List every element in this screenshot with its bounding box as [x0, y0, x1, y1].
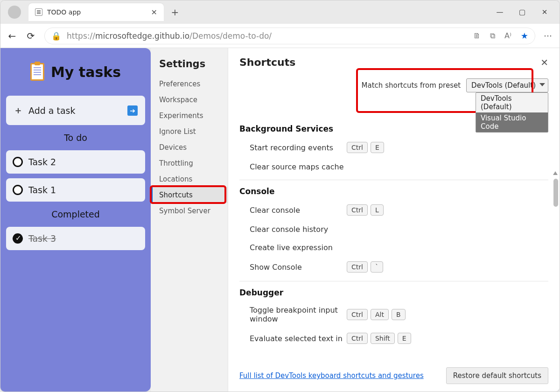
shortcuts-header: Shortcuts ✕ — [228, 48, 560, 74]
settings-title: Settings — [151, 58, 228, 76]
shortcut-row: Clear console history — [239, 220, 548, 238]
collections-icon[interactable]: ⧉ — [490, 31, 495, 40]
shortcuts-title: Shortcuts — [239, 56, 295, 68]
page-icon[interactable]: 🗎 — [473, 31, 481, 40]
settings-item-experiments[interactable]: Experiments — [151, 108, 228, 124]
titlebar: TODO app ✕ + — ▢ ✕ — [0, 0, 560, 24]
task-checkbox-icon[interactable] — [13, 157, 23, 167]
task-label: Task 2 — [28, 157, 56, 167]
settings-item-shortcuts[interactable]: Shortcuts — [151, 187, 228, 203]
address-bar: ← ⟳ 🔒 https://microsoftedge.github.io/De… — [0, 24, 560, 48]
browser-window: TODO app ✕ + — ▢ ✕ ← ⟳ 🔒 https://microso… — [0, 0, 560, 392]
shortcut-name: Start recording events — [239, 143, 347, 152]
task-item[interactable]: Task 1 — [6, 178, 145, 202]
back-icon[interactable]: ← — [7, 31, 17, 41]
restore-defaults-button[interactable]: Restore default shortcuts — [446, 367, 548, 384]
shortcut-row: Create live expression — [239, 238, 548, 257]
keycap: Ctrl — [347, 142, 368, 153]
task-checkbox-icon[interactable] — [13, 185, 23, 195]
new-tab-button[interactable]: + — [168, 5, 182, 20]
more-menu-icon[interactable]: ⋯ — [544, 31, 553, 41]
keycap: Alt — [371, 309, 389, 320]
settings-item-workspace[interactable]: Workspace — [151, 92, 228, 108]
site-lock-icon: 🔒 — [51, 31, 61, 41]
tab-favicon-icon — [35, 8, 42, 16]
todo-section-heading: To do — [6, 130, 145, 146]
settings-item-symbol-server[interactable]: Symbol Server — [151, 203, 228, 219]
shortcut-keys: CtrlE — [347, 142, 384, 153]
task-checkbox-checked-icon[interactable] — [13, 233, 23, 244]
close-panel-icon[interactable]: ✕ — [540, 57, 548, 68]
todo-title: My tasks — [51, 64, 121, 80]
preset-select[interactable]: DevTools (Default) — [466, 78, 548, 92]
scrollbar-thumb[interactable] — [553, 179, 558, 207]
keycap: Ctrl — [347, 309, 368, 320]
minimize-icon[interactable]: — — [495, 7, 504, 17]
keycap: B — [392, 309, 406, 320]
preset-option[interactable]: Visual Studio Code — [476, 112, 548, 132]
add-task-button[interactable]: ＋ Add a task ➔ — [6, 96, 145, 125]
shortcut-keys: CtrlShiftE — [347, 333, 411, 344]
maximize-icon[interactable]: ▢ — [518, 7, 527, 17]
settings-item-devices[interactable]: Devices — [151, 140, 228, 155]
task-label: Task 1 — [28, 185, 56, 195]
tab-title: TODO app — [47, 8, 147, 16]
keycap: ` — [371, 261, 383, 273]
add-task-label: Add a task — [28, 105, 122, 116]
shortcut-keys: Ctrl` — [347, 261, 383, 273]
shortcuts-panel: Shortcuts ✕ Match shortcuts from preset … — [228, 48, 560, 392]
shortcut-name: Clear console history — [239, 225, 347, 234]
shortcut-name: Create live expression — [239, 243, 347, 252]
task-item[interactable]: Task 2 — [6, 150, 145, 174]
shortcut-row: Toggle breakpoint input windowCtrlAltB — [239, 301, 548, 328]
shortcut-row: Evaluate selected text inCtrlShiftE — [239, 328, 548, 349]
keycap: Ctrl — [347, 333, 368, 344]
todo-app-panel: My tasks ＋ Add a task ➔ To do Task 2 Tas… — [0, 48, 151, 392]
task-item-completed[interactable]: Task 3 — [6, 227, 145, 250]
preset-row: Match shortcuts from preset DevTools (De… — [228, 74, 560, 92]
settings-item-preferences[interactable]: Preferences — [151, 76, 228, 92]
shortcut-name: Evaluate selected text in — [239, 334, 347, 343]
shortcuts-footer: Full list of DevTools keyboard shortcuts… — [228, 363, 560, 392]
clipboard-icon — [30, 63, 44, 81]
chevron-down-icon — [539, 83, 545, 86]
shortcut-row: Clear consoleCtrlL — [239, 200, 548, 220]
shortcut-group-heading: Debugger — [239, 284, 548, 301]
tab-close-icon[interactable]: ✕ — [151, 8, 157, 17]
url-field[interactable]: 🔒 https://microsoftedge.github.io/Demos/… — [44, 28, 535, 44]
shortcut-row: Show ConsoleCtrl` — [239, 257, 548, 277]
scroll-up-arrow-icon[interactable] — [553, 171, 558, 175]
shortcuts-scroll-area[interactable]: Background ServicesStart recording event… — [228, 109, 560, 363]
preset-dropdown: DevTools (Default) Visual Studio Code — [476, 92, 548, 133]
preset-selected-value: DevTools (Default) — [471, 81, 536, 90]
shortcut-name: Clear source maps cache — [239, 162, 347, 171]
settings-item-locations[interactable]: Locations — [151, 171, 228, 187]
profile-avatar[interactable] — [8, 6, 21, 19]
shortcut-group-heading: Console — [239, 183, 548, 200]
keycap: Ctrl — [347, 204, 368, 216]
submit-arrow-icon[interactable]: ➔ — [127, 105, 138, 116]
settings-sidebar: Settings PreferencesWorkspaceExperiments… — [151, 48, 228, 392]
shortcut-keys: CtrlL — [347, 204, 384, 216]
shortcut-name: Show Console — [239, 263, 347, 272]
close-window-icon[interactable]: ✕ — [540, 7, 549, 17]
content-row: My tasks ＋ Add a task ➔ To do Task 2 Tas… — [0, 48, 560, 392]
keycap: E — [371, 142, 384, 153]
window-controls: — ▢ ✕ — [495, 7, 556, 17]
preset-option[interactable]: DevTools (Default) — [476, 93, 548, 112]
keycap: Ctrl — [347, 261, 368, 273]
plus-icon: ＋ — [14, 104, 23, 117]
reload-icon[interactable]: ⟳ — [26, 31, 36, 41]
read-aloud-icon[interactable]: A⁾ — [504, 31, 511, 40]
shortcut-row: Start recording eventsCtrlE — [239, 137, 548, 158]
favorite-star-icon[interactable]: ★ — [521, 31, 528, 41]
todo-header: My tasks — [6, 55, 145, 91]
keycap: L — [371, 204, 384, 216]
url-text: https://microsoftedge.github.io/Demos/de… — [67, 31, 272, 41]
full-list-link[interactable]: Full list of DevTools keyboard shortcuts… — [239, 371, 424, 380]
browser-tab[interactable]: TODO app ✕ — [28, 3, 164, 21]
settings-item-throttling[interactable]: Throttling — [151, 155, 228, 171]
task-label: Task 3 — [28, 233, 56, 244]
keycap: Shift — [371, 333, 395, 344]
settings-item-ignore-list[interactable]: Ignore List — [151, 124, 228, 140]
